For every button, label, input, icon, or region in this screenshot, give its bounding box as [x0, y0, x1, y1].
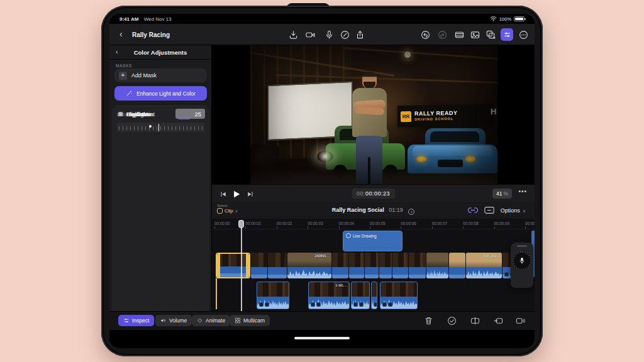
redo-button[interactable] [437, 30, 448, 40]
timeline-clip[interactable] [216, 253, 250, 278]
timeline-clip[interactable] [332, 253, 348, 278]
multicam-grid-icon [235, 317, 241, 324]
timeline-clip[interactable] [379, 253, 392, 278]
timecode-display[interactable]: 00:00:00:23 [352, 189, 395, 199]
keyframe-icon [197, 317, 203, 324]
clip-effect-badges [311, 302, 321, 307]
clip-thumbnail [268, 253, 287, 267]
timeline-options-button[interactable]: Options∨ [501, 207, 526, 214]
voiceover-mic-button[interactable] [324, 30, 335, 40]
approve-clip-button[interactable] [447, 316, 457, 326]
timeline-clip[interactable] [392, 253, 408, 278]
back-chevron-icon[interactable]: ‹ [119, 29, 123, 40]
timeline-clip[interactable] [351, 282, 370, 309]
timeline-clip[interactable] [268, 253, 287, 278]
clip-filename: DJI_202… [484, 254, 500, 258]
status-time-date: 9:41 AM Wed Nov 13 [119, 16, 175, 22]
connect-clips-icon[interactable] [467, 206, 478, 215]
letterbox-overlay-button[interactable] [454, 30, 465, 40]
timeline[interactable]: 00:00:0000:00:0100:00:0200:00:0300:00:04… [212, 219, 535, 311]
speaker-icon [160, 317, 167, 324]
more-options-button[interactable] [518, 30, 529, 40]
clip-thumbnail [379, 253, 392, 267]
split-clip-button[interactable] [470, 316, 480, 326]
clip-thumbnail [392, 253, 408, 267]
add-mask-button[interactable]: + Add Mask [114, 69, 207, 82]
slider-value[interactable]: 25 [175, 109, 205, 119]
ruler-timestamp: 00:00:03 [308, 219, 338, 229]
timeline-clip[interactable] [409, 253, 426, 278]
slider-name: Shadows [126, 111, 150, 118]
clip-thumbnail [257, 282, 289, 297]
live-drawing-clip[interactable]: Live Drawing [343, 231, 402, 251]
drag-handle[interactable] [517, 245, 527, 247]
insert-clip-button[interactable] [494, 316, 504, 326]
timeline-clip[interactable] [380, 282, 418, 309]
ruler-timestamp: 00:00:02 [277, 219, 308, 229]
viewer-zoom-button[interactable]: 41% [492, 189, 512, 199]
voiceover-record-dial[interactable] [513, 251, 531, 270]
play-button[interactable] [231, 189, 242, 199]
jog-wheel-panel[interactable] [511, 243, 533, 288]
record-video-button[interactable] [305, 30, 316, 40]
project-title: Rally Racing [132, 31, 170, 38]
timeline-clip[interactable] [365, 253, 379, 278]
clip-thumbnail [426, 253, 448, 267]
viewer-more-button[interactable]: ••• [518, 188, 527, 195]
status-time: 9:41 AM [119, 16, 138, 22]
share-button[interactable] [355, 30, 365, 40]
ruler-timestamp: 00:00:07 [432, 219, 463, 229]
clip-thumbnail [380, 282, 417, 297]
magic-wand-icon [126, 90, 133, 97]
photos-button[interactable] [470, 30, 480, 40]
multicam-button[interactable]: Multicam [230, 315, 270, 326]
volume-button[interactable]: Volume [155, 315, 192, 326]
status-date: Wed Nov 13 [144, 16, 172, 22]
enhance-light-color-button[interactable]: Enhance Light and Color [114, 86, 207, 101]
timeline-clip[interactable] [449, 253, 465, 278]
timeline-clip[interactable]: DJI_202… [466, 253, 502, 278]
viewer-area: RR RALLY READY DRIVING SCHOOL H [212, 45, 535, 184]
inspector-toggle-button[interactable] [501, 28, 513, 41]
undo-button[interactable] [420, 30, 431, 40]
selection-guide-line [216, 278, 217, 309]
import-media-button[interactable] [288, 30, 299, 40]
info-icon[interactable]: i [408, 209, 414, 215]
video-preview[interactable]: RR RALLY READY DRIVING SCHOOL H [250, 45, 497, 184]
delete-clip-button[interactable] [424, 316, 434, 326]
clip-thumbnail [251, 253, 267, 267]
add-overlay-button[interactable] [486, 30, 496, 40]
slider-ruler[interactable] [117, 123, 204, 132]
live-drawing-tool-button[interactable] [340, 30, 350, 40]
timeline-clip[interactable] [349, 253, 364, 278]
timeline-ruler[interactable]: 00:00:0000:00:0100:00:0200:00:0300:00:04… [212, 219, 535, 229]
adjustment-slider-row: ◎ Shadows 25 [112, 106, 209, 138]
slider-line-marker[interactable] [158, 124, 160, 131]
timeline-clip[interactable]: 240891… [287, 253, 331, 278]
timeline-clip[interactable] [257, 282, 289, 309]
connected-storyline: 1-WL… [212, 282, 535, 309]
clip-thumbnail [349, 253, 364, 267]
masks-section-label: MASKS [116, 63, 132, 68]
detach-audio-button[interactable] [516, 316, 526, 326]
panel-header: ‹ Color Adjustments [109, 45, 211, 60]
clip-effect-badges [382, 302, 392, 307]
plus-icon: + [119, 72, 127, 80]
timeline-clip[interactable]: 1-WL… [308, 282, 350, 309]
skip-to-end-button[interactable] [245, 189, 255, 199]
home-indicator[interactable] [294, 337, 350, 339]
timeline-duration: 01:19 [389, 207, 403, 213]
inspect-button[interactable]: Inspect [118, 315, 154, 326]
animate-button[interactable]: Animate [192, 315, 230, 326]
timeline-view-button[interactable] [484, 206, 494, 215]
clip-effect-badges [374, 302, 377, 307]
timeline-header: Select Clip ∨ Rally Racing Social 01:19 … [212, 202, 535, 219]
status-bar: 9:41 AM Wed Nov 13 100% [109, 14, 535, 24]
skip-to-start-button[interactable] [218, 189, 228, 199]
timeline-clip[interactable] [426, 253, 448, 278]
bottom-toolbar: Inspect Volume Animate Multicam [109, 311, 535, 330]
timeline-clip[interactable] [371, 282, 377, 309]
ruler-timestamp: 00:00:01 [245, 219, 276, 229]
color-adjustments-panel: ‹ Color Adjustments MASKS + Add Mask Enh… [109, 45, 212, 311]
timeline-clip[interactable] [251, 253, 267, 278]
